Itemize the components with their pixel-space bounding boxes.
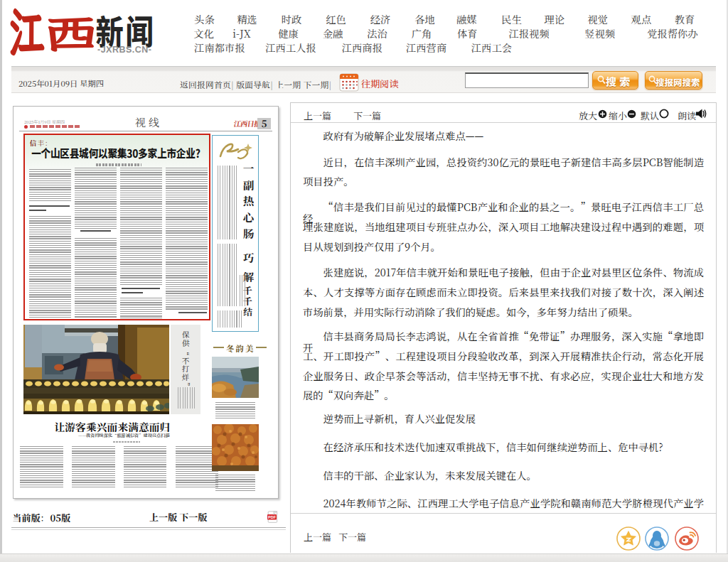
svg-text:PDF: PDF bbox=[268, 515, 277, 519]
